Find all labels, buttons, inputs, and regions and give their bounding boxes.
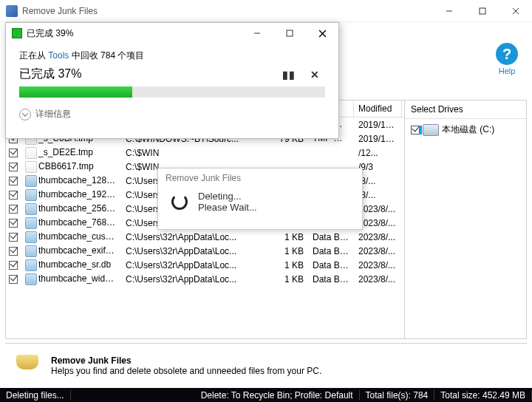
cell-modified: 2023/8/...	[354, 232, 402, 242]
cell-name: thumbcache_768.db	[21, 217, 121, 229]
file-icon	[25, 189, 37, 201]
svg-rect-5	[287, 30, 293, 36]
chevron-down-icon	[19, 109, 31, 120]
cell-name: thumbcache_exif.db	[21, 245, 121, 257]
cell-name: thumbcache_custo...	[21, 231, 121, 243]
row-checkbox[interactable]	[6, 163, 21, 171]
cell-modified: 2019/12...	[354, 120, 402, 130]
cell-name: thumbcache_wide...	[21, 273, 121, 285]
row-checkbox[interactable]	[6, 191, 21, 200]
footer-title: Remove Junk Files	[51, 355, 321, 366]
status-deleting: Deleting files...	[0, 390, 71, 401]
cell-folder: C:\Users\32r\AppData\Loc...	[121, 260, 267, 270]
row-checkbox[interactable]	[6, 247, 21, 256]
cell-modified: 2023/8/...	[354, 274, 402, 285]
footer-desc: Helps you find and delete obsolete and u…	[51, 366, 321, 376]
progress-max-button[interactable]	[273, 23, 306, 44]
progress-line2: 已完成 37% ▮▮ ✕	[19, 67, 325, 82]
cell-name: thumbcache_sr.db	[21, 259, 121, 271]
drive-item[interactable]: 本地磁盘 (C:)	[405, 119, 526, 140]
close-button[interactable]	[499, 0, 532, 22]
spinner-icon	[171, 194, 188, 210]
app-icon	[6, 5, 18, 17]
file-icon	[25, 259, 37, 271]
deleting-title: Remove Junk Files	[158, 168, 362, 188]
cell-type: Data Ba...	[308, 246, 354, 256]
status-mode: Delete: To Recycle Bin; Profile: Default	[195, 390, 360, 401]
table-row[interactable]: thumbcache_sr.dbC:\Users\32r\AppData\Loc…	[6, 258, 404, 272]
row-checkbox[interactable]	[6, 233, 21, 242]
cell-folder: C:\$WIN	[121, 148, 267, 158]
deleting-line1: Deleting...	[198, 191, 257, 202]
cell-type: Data Ba...	[308, 232, 354, 242]
cell-name: thumbcache_1920...	[21, 189, 121, 201]
row-checkbox[interactable]	[6, 219, 21, 228]
cell-type: Data Ba...	[308, 274, 354, 285]
maximize-button[interactable]	[466, 0, 499, 22]
titlebar: Remove Junk Files	[0, 0, 532, 22]
table-row[interactable]: thumbcache_custo...C:\Users\32r\AppData\…	[6, 230, 404, 244]
cell-size: 1 KB	[267, 274, 308, 285]
cell-size: 1 KB	[267, 260, 308, 270]
cell-name: thumbcache_2560...	[21, 203, 121, 215]
col-modified[interactable]: Modified	[354, 100, 402, 117]
help-icon: ?	[496, 43, 518, 65]
deleting-dialog: Remove Junk Files Deleting... Please Wai…	[157, 168, 363, 230]
row-checkbox[interactable]	[6, 177, 21, 185]
cell-folder: C:\Users\32r\AppData\Loc...	[121, 232, 267, 242]
deleting-line2: Please Wait...	[198, 202, 257, 213]
drives-header: Select Drives	[405, 100, 526, 119]
status-size: Total size: 452.49 MB	[434, 390, 532, 401]
file-icon	[25, 175, 37, 187]
drive-label: 本地磁盘 (C:)	[442, 123, 494, 136]
progress-fill	[19, 86, 132, 98]
row-checkbox[interactable]	[6, 149, 21, 157]
file-icon	[25, 245, 37, 257]
drives-panel: Select Drives 本地磁盘 (C:)	[404, 100, 526, 338]
cell-name: CBB6617.tmp	[21, 161, 121, 173]
table-row[interactable]: thumbcache_wide...C:\Users\32r\AppData\L…	[6, 272, 404, 286]
file-icon	[25, 231, 37, 243]
details-label: 详细信息	[35, 108, 71, 120]
minimize-button[interactable]	[432, 0, 466, 22]
progress-close-button[interactable]	[306, 23, 338, 44]
cell-type: Data Ba...	[308, 260, 354, 270]
progress-dialog: 已完成 39% 正在从 Tools 中回收 784 个项目 已完成 37% ▮▮…	[5, 22, 339, 139]
progress-title: 已完成 39%	[27, 27, 241, 40]
cell-folder: C:\Users\32r\AppData\Loc...	[121, 274, 267, 285]
help-label: Help	[492, 67, 522, 75]
progress-line1: 正在从 Tools 中回收 784 个项目	[19, 50, 325, 62]
cancel-button[interactable]: ✕	[310, 69, 319, 81]
progress-titlebar: 已完成 39%	[6, 23, 338, 44]
status-bar: Deleting files... Delete: To Recycle Bin…	[0, 388, 532, 402]
table-row[interactable]: thumbcache_exif.dbC:\Users\32r\AppData\L…	[6, 244, 404, 258]
cell-modified: 2019/12...	[354, 134, 402, 144]
cell-size: 1 KB	[267, 246, 308, 256]
drive-icon	[423, 124, 439, 136]
row-checkbox[interactable]	[6, 275, 21, 284]
details-toggle[interactable]: 详细信息	[19, 108, 325, 120]
cell-folder: C:\Users\32r\AppData\Loc...	[121, 246, 267, 256]
cell-name: _s_DE2E.tmp	[21, 147, 121, 159]
cell-modified: 2023/8/...	[354, 246, 402, 256]
file-icon	[25, 203, 37, 215]
cell-modified: /12...	[354, 148, 402, 158]
progress-min-button[interactable]	[241, 23, 273, 44]
cell-modified: 2023/8/...	[354, 260, 402, 270]
cell-name: thumbcache_1280...	[21, 175, 121, 187]
svg-rect-1	[480, 8, 485, 14]
progress-app-icon	[12, 28, 22, 38]
help-button[interactable]: ? Help	[492, 43, 522, 75]
pause-button[interactable]: ▮▮	[282, 69, 296, 81]
table-row[interactable]: _s_DE2E.tmpC:\$WIN/12...	[6, 146, 404, 160]
row-checkbox[interactable]	[6, 205, 21, 214]
footer: Remove Junk Files Helps you find and del…	[5, 343, 527, 387]
broom-icon	[13, 351, 42, 381]
cell-size: 1 KB	[267, 232, 308, 242]
window-title: Remove Junk Files	[22, 6, 432, 16]
file-icon	[25, 161, 37, 173]
file-icon	[25, 273, 37, 285]
row-checkbox[interactable]	[6, 261, 21, 270]
tools-link[interactable]: Tools	[48, 50, 69, 61]
file-icon	[25, 147, 37, 159]
